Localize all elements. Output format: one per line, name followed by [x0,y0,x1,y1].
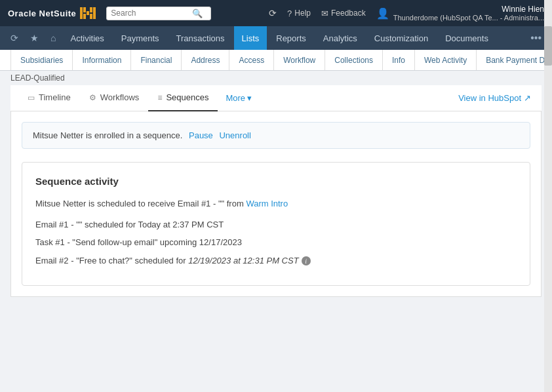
user-avatar-icon: 👤 [376,7,389,20]
nav-bar: ⟳ ★ ⌂ Activities Payments Transactions L… [0,26,552,50]
logo: Oracle NetSuite [8,6,98,20]
external-link-icon: ↗ [524,93,531,103]
svg-rect-5 [90,14,92,19]
subnav-access[interactable]: Access [229,50,274,71]
netsuite-h-icon [80,6,98,20]
sub-nav: Subsidiaries Information Financial Addre… [0,50,552,71]
svg-rect-1 [83,7,86,12]
email2-date: 12/19/2023 at 12:31 PM CST [188,256,298,265]
sequence-intro-text: Mitsue Netter is scheduled to receive Em… [35,199,244,208]
nav-payments[interactable]: Payments [113,26,167,50]
info-icon[interactable]: i [302,256,311,265]
nav-recent-icon[interactable]: ⟳ [5,26,24,50]
nav-documents[interactable]: Documents [437,26,496,50]
task1-item: Task #1 - "Send follow-up email" upcomin… [35,236,517,249]
email2-text: Email #2 - "Free to chat?" scheduled for [35,256,188,265]
tab-workflows[interactable]: ⚙ Workflows [80,85,149,111]
email1-text: Email #1 - "" scheduled for Today at 2:3… [35,220,224,229]
nav-star-icon[interactable]: ★ [25,26,44,50]
svg-rect-3 [87,11,89,15]
task1-text: Task #1 - "Send follow-up email" upcomin… [35,237,242,247]
subnav-information[interactable]: Information [73,50,131,71]
help-label: Help [294,9,311,18]
search-input[interactable] [111,9,189,18]
scrollbar-thumb[interactable] [544,26,552,66]
pause-button[interactable]: Pause [189,130,213,140]
help-icon: ? [287,9,292,18]
user-sub: Thunderdome (HubSpot QA Te... - Administ… [393,14,544,22]
svg-rect-6 [93,7,96,19]
tab-timeline[interactable]: ▭ Timeline [18,85,80,111]
view-hubspot-label: View in HubSpot [458,93,521,103]
nav-transactions[interactable]: Transactions [168,26,233,50]
timeline-icon: ▭ [28,93,35,102]
feedback-button[interactable]: ✉ Feedback [321,9,366,18]
workflows-icon: ⚙ [89,93,96,102]
svg-rect-4 [90,7,92,12]
email1-item: Email #1 - "" scheduled for Today at 2:3… [35,218,517,231]
tab-more-button[interactable]: More ▾ [218,85,260,111]
tab-timeline-label: Timeline [39,92,71,102]
nav-analytics[interactable]: Analytics [315,26,365,50]
subnav-info[interactable]: Info [383,50,415,71]
tab-more-arrow: ▾ [247,93,252,103]
email2-item: Email #2 - "Free to chat?" scheduled for… [35,254,517,267]
tab-sequences[interactable]: ≡ Sequences [148,85,218,111]
user-button[interactable]: 👤 Winnie Hien Thunderdome (HubSpot QA Te… [376,5,544,22]
sequence-activity-card: Sequence activity Mitsue Netter is sched… [22,162,530,286]
search-box[interactable]: 🔍 [106,7,211,20]
top-bar: Oracle NetSuite 🔍 ⟳ ? Help ✉ Feedback [0,0,552,26]
tab-more-label: More [226,93,245,103]
nav-reports[interactable]: Reports [268,26,314,50]
main-panel: Mitsue Netter is enrolled in a sequence.… [10,111,542,297]
help-button[interactable]: ? Help [287,9,311,18]
unenroll-button[interactable]: Unenroll [219,130,250,140]
subnav-financial[interactable]: Financial [131,50,182,71]
subnav-web-activity[interactable]: Web Activity [415,50,477,71]
logo-text: Oracle NetSuite [8,9,76,18]
nav-home-icon[interactable]: ⌂ [45,26,61,50]
content-area: ▭ Timeline ⚙ Workflows ≡ Sequences More … [0,85,552,307]
feedback-label: Feedback [331,9,366,18]
view-in-hubspot-button[interactable]: View in HubSpot ↗ [456,93,534,103]
top-bar-actions: ⟳ ? Help ✉ Feedback 👤 Winnie Hien Thunde… [269,5,544,22]
feedback-icon: ✉ [321,9,328,18]
sequences-icon: ≡ [157,93,162,102]
enrollment-text: Mitsue Netter is enrolled in a sequence. [33,130,182,140]
subnav-bank-payment[interactable]: Bank Payment Details (Debit) [477,50,552,71]
warm-intro-link[interactable]: Warm Intro [246,199,288,208]
page-status: LEAD-Qualified [10,73,65,83]
svg-rect-0 [80,7,83,19]
tabs-row: ▭ Timeline ⚙ Workflows ≡ Sequences More … [10,85,542,111]
search-icon: 🔍 [192,9,203,18]
scrollbar[interactable] [544,0,552,307]
nav-activities[interactable]: Activities [62,26,111,50]
svg-rect-2 [83,14,86,19]
logo-icon [80,6,98,20]
user-info: Winnie Hien Thunderdome (HubSpot QA Te..… [393,5,544,22]
subnav-address[interactable]: Address [182,50,229,71]
subnav-workflow[interactable]: Workflow [274,50,325,71]
subnav-subsidiaries[interactable]: Subsidiaries [10,50,73,71]
recent-button[interactable]: ⟳ [269,8,277,18]
nav-lists[interactable]: Lists [234,26,267,50]
page-header: LEAD-Qualified [0,71,552,85]
user-name: Winnie Hien [393,5,544,14]
enrollment-notice: Mitsue Netter is enrolled in a sequence.… [22,122,530,149]
tab-sequences-label: Sequences [166,92,208,102]
subnav-collections[interactable]: Collections [325,50,383,71]
sequence-activity-title: Sequence activity [35,176,517,187]
sequence-intro: Mitsue Netter is scheduled to receive Em… [35,197,517,210]
tab-workflows-label: Workflows [100,92,140,102]
nav-customization[interactable]: Customization [366,26,436,50]
